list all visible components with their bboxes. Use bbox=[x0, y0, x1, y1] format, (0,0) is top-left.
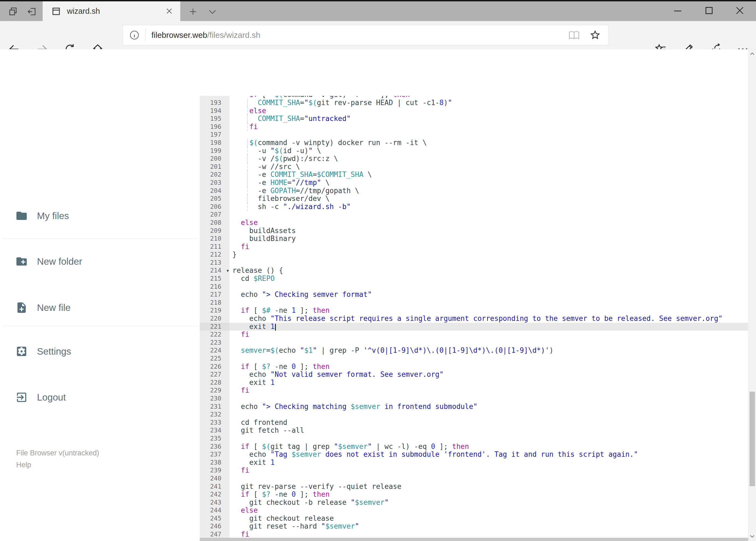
sidebar-item-logout[interactable]: Logout bbox=[15, 391, 66, 403]
sidebar-item-new-file[interactable]: New file bbox=[15, 301, 71, 314]
code-line-194[interactable]: 194 else bbox=[200, 107, 748, 115]
code-line-197[interactable]: 197 bbox=[200, 131, 748, 139]
code-line-218[interactable]: 218 bbox=[200, 299, 748, 307]
code-line-196[interactable]: 196 fi bbox=[200, 123, 748, 131]
code-line-224[interactable]: 224 semver=$(echo "$1" | grep -P '^v(0|[… bbox=[200, 346, 748, 355]
code-line-217[interactable]: 217 echo "> Checking semver format" bbox=[200, 290, 748, 299]
code-line-231[interactable]: 231 echo "> Checking matching $semver in… bbox=[200, 403, 748, 411]
scrollbar-thumb[interactable] bbox=[750, 392, 755, 486]
line-number: 242 bbox=[200, 490, 229, 499]
line-number: 247 bbox=[200, 530, 229, 539]
line-number: 213 bbox=[200, 259, 229, 267]
code-line-213[interactable]: 213 bbox=[200, 259, 748, 267]
code-line-216[interactable]: 216 bbox=[200, 283, 748, 291]
code-line-234[interactable]: 234 git fetch --all bbox=[200, 426, 748, 435]
code-line-210[interactable]: 210 buildBinary bbox=[200, 235, 748, 243]
scroll-up-icon[interactable] bbox=[750, 51, 755, 57]
code-line-226[interactable]: 226 if [ $? -ne 0 ]; then bbox=[200, 363, 748, 371]
address-bar[interactable]: filebrowser.web/files/wizard.sh bbox=[123, 25, 609, 45]
code-line-211[interactable]: 211 fi bbox=[200, 243, 748, 251]
code-line-242[interactable]: 242 if [ $? -ne 0 ]; then bbox=[200, 490, 748, 499]
code-line-193[interactable]: 193 COMMIT_SHA="$(git rev-parse HEAD | c… bbox=[200, 99, 748, 107]
code-line-201[interactable]: 201 -w //src \ bbox=[200, 163, 748, 171]
window-close-button[interactable] bbox=[725, 0, 755, 21]
code-line-215[interactable]: 215 cd $REPO bbox=[200, 275, 748, 283]
favorite-star-icon[interactable] bbox=[590, 29, 601, 41]
code-line-246[interactable]: 246 git reset --hard "$semver" bbox=[200, 522, 748, 530]
indent-guide bbox=[247, 203, 248, 211]
code-line-214[interactable]: 214▾release () { bbox=[200, 267, 748, 275]
line-number: 229 bbox=[200, 386, 229, 395]
code-line-228[interactable]: 228 exit 1 bbox=[200, 379, 748, 387]
line-number: 244 bbox=[200, 506, 229, 515]
set-tabs-aside-icon[interactable] bbox=[27, 7, 37, 16]
line-number: 222 bbox=[200, 330, 229, 339]
address-divider bbox=[145, 29, 145, 41]
code-line-204[interactable]: 204 -e GOPATH=//tmp/gopath \ bbox=[200, 187, 748, 195]
line-number: 216 bbox=[200, 283, 229, 291]
code-line-227[interactable]: 227 echo "Not valid semver format. See s… bbox=[200, 370, 748, 379]
code-lines[interactable]: 192 if [ "$(command -v git)" != "" ]; th… bbox=[200, 96, 748, 539]
code-line-202[interactable]: 202 -e COMMIT_SHA=$COMMIT_SHA \ bbox=[200, 171, 748, 179]
line-number: 227 bbox=[200, 370, 229, 379]
code-line-203[interactable]: 203 -e HOME="//tmp" \ bbox=[200, 179, 748, 187]
sidebar-item-label: Logout bbox=[37, 392, 66, 403]
code-line-237[interactable]: 237 echo "Tag $semver does not exist in … bbox=[200, 450, 748, 459]
code-line-223[interactable]: 223 bbox=[200, 339, 748, 347]
code-line-205[interactable]: 205 filebrowser/dev \ bbox=[200, 195, 748, 203]
indent-guide bbox=[247, 195, 248, 203]
code-line-245[interactable]: 245 git checkout release bbox=[200, 515, 748, 523]
line-number: 243 bbox=[200, 499, 229, 507]
site-info-icon[interactable] bbox=[129, 30, 140, 41]
code-line-222[interactable]: 222 fi bbox=[200, 330, 748, 339]
code-line-200[interactable]: 200 -v /$(pwd):/src:z \ bbox=[200, 155, 748, 163]
code-line-208[interactable]: 208 else bbox=[200, 219, 748, 227]
code-line-241[interactable]: 241 git rev-parse --verify --quiet relea… bbox=[200, 483, 748, 491]
window-minimize-button[interactable] bbox=[663, 0, 692, 21]
code-line-212[interactable]: 212} bbox=[200, 251, 748, 259]
code-line-206[interactable]: 206 sh -c "./wizard.sh -b" bbox=[200, 203, 748, 211]
code-line-244[interactable]: 244 else bbox=[200, 506, 748, 515]
code-line-236[interactable]: 236 if [ $(git tag | grep "$semver" | wc… bbox=[200, 443, 748, 451]
line-number: 214▾ bbox=[200, 267, 229, 275]
browser-tab[interactable]: wizard.sh bbox=[43, 1, 180, 21]
code-line-198[interactable]: 198 $(command -v winpty) docker run --rm… bbox=[200, 139, 748, 147]
tab-close-icon[interactable] bbox=[165, 7, 173, 15]
code-line-230[interactable]: 230 bbox=[200, 395, 748, 403]
line-number: 235 bbox=[200, 435, 229, 443]
scroll-down-icon[interactable] bbox=[750, 533, 755, 539]
tab-list-chevron-icon[interactable] bbox=[208, 9, 217, 15]
reading-view-icon[interactable] bbox=[569, 29, 580, 41]
sidebar-item-new-folder[interactable]: New folder bbox=[15, 255, 82, 268]
sidebar-item-my-files[interactable]: My files bbox=[15, 210, 69, 222]
sidebar-item-settings[interactable]: Settings bbox=[15, 345, 71, 357]
code-line-229[interactable]: 229 fi bbox=[200, 386, 748, 395]
code-line-235[interactable]: 235 bbox=[200, 435, 748, 443]
code-line-225[interactable]: 225 bbox=[200, 355, 748, 363]
page-scrollbar[interactable] bbox=[748, 49, 756, 541]
indent-guide bbox=[247, 99, 248, 107]
code-line-240[interactable]: 240 bbox=[200, 475, 748, 483]
code-line-199[interactable]: 199 -u "$(id -u)" \ bbox=[200, 147, 748, 155]
code-line-247[interactable]: 247 fi bbox=[200, 530, 748, 539]
fold-marker-icon[interactable]: ▾ bbox=[226, 267, 229, 275]
code-line-232[interactable]: 232 bbox=[200, 410, 748, 419]
code-line-209[interactable]: 209 buildAssets bbox=[200, 227, 748, 235]
code-line-221[interactable]: 221 exit 1 bbox=[200, 323, 748, 331]
help-link[interactable]: Help bbox=[16, 459, 99, 471]
code-editor[interactable]: 192 if [ "$(command -v git)" != "" ]; th… bbox=[200, 96, 748, 541]
code-line-239[interactable]: 239 fi bbox=[200, 466, 748, 475]
tab-preview-icon[interactable] bbox=[8, 7, 18, 16]
code-line-207[interactable]: 207 bbox=[200, 211, 748, 219]
code-line-233[interactable]: 233 cd frontend bbox=[200, 419, 748, 427]
code-line-238[interactable]: 238 exit 1 bbox=[200, 459, 748, 467]
window-maximize-button[interactable] bbox=[694, 0, 724, 21]
line-number: 196 bbox=[200, 123, 229, 131]
code-line-220[interactable]: 220 echo "This release script requires a… bbox=[200, 315, 748, 323]
code-line-243[interactable]: 243 git checkout -b release "$semver" bbox=[200, 499, 748, 507]
editor-horizontal-scrollbar[interactable] bbox=[200, 538, 748, 541]
browser-titlebar: wizard.sh bbox=[0, 0, 756, 21]
code-line-219[interactable]: 219 if [ $# -ne 1 ]; then bbox=[200, 306, 748, 315]
new-tab-icon[interactable] bbox=[188, 7, 197, 16]
code-line-195[interactable]: 195 COMMIT_SHA="untracked" bbox=[200, 115, 748, 123]
